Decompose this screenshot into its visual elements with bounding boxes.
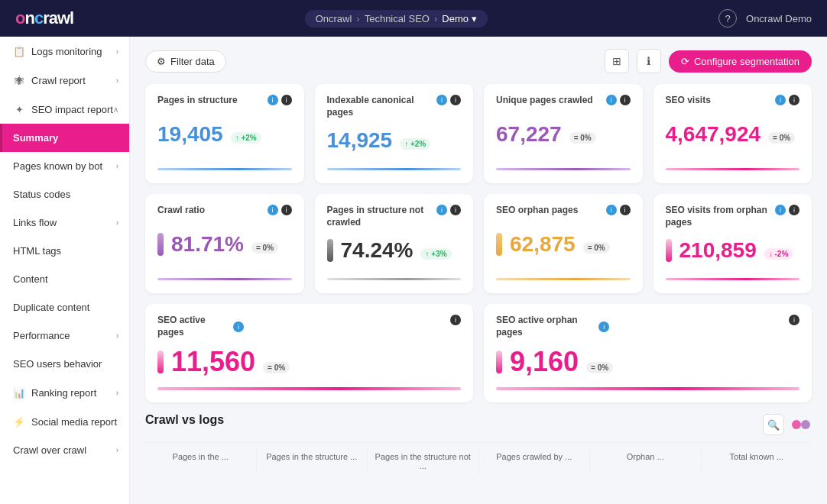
info-dark-icon[interactable]: i bbox=[281, 95, 292, 105]
crawl-report-icon: 🕷 bbox=[13, 74, 25, 86]
thumb-icon-seo-active-pages bbox=[157, 351, 164, 373]
display-icon-button[interactable]: ⊞ bbox=[605, 49, 629, 73]
chevron-icon: › bbox=[116, 76, 118, 85]
thumb-icon-crawl-ratio bbox=[157, 233, 164, 256]
seo-impact-icon: ✦ bbox=[13, 103, 25, 115]
sidebar-item-duplicate-content[interactable]: Duplicate content bbox=[0, 293, 129, 321]
card-crawl-ratio: Crawl ratio i i 81.71% = 0% bbox=[145, 194, 304, 293]
search-button[interactable]: 🔍 bbox=[763, 414, 784, 435]
info-dark-icon[interactable]: i bbox=[620, 95, 631, 105]
card-badge-crawl-ratio: = 0% bbox=[251, 242, 278, 254]
sidebar-label-seo-users-behavior: SEO users behavior bbox=[13, 358, 102, 370]
info-circle-icon[interactable]: i bbox=[775, 205, 786, 215]
info-circle-icon[interactable]: i bbox=[436, 95, 447, 105]
chevron-icon: › bbox=[116, 331, 118, 340]
info-dark-icon[interactable]: i bbox=[620, 205, 631, 215]
sidebar-label-crawl-report: Crawl report bbox=[31, 75, 86, 86]
filter-data-button[interactable]: ⚙ Filter data bbox=[145, 50, 226, 73]
segment-icon-button[interactable] bbox=[790, 414, 812, 435]
main-content: ⚙ Filter data ⊞ ℹ ⟳ Configure segmentati… bbox=[130, 37, 827, 504]
sidebar-item-html-tags[interactable]: HTML tags bbox=[0, 237, 129, 265]
info-circle-icon[interactable]: i bbox=[775, 95, 786, 105]
sidebar: 📋 Logs monitoring › 🕷 Crawl report › ✦ S… bbox=[0, 37, 130, 504]
sidebar-label-performance: Performance bbox=[13, 330, 70, 341]
card-title-pages-in-structure: Pages in structure bbox=[157, 95, 238, 107]
info-circle-icon[interactable]: i bbox=[598, 321, 609, 332]
social-media-icon: ⚡ bbox=[13, 415, 25, 428]
card-value-pages-in-structure: 19,405 bbox=[157, 122, 223, 147]
breadcrumb-demo[interactable]: Demo ▾ bbox=[442, 13, 476, 24]
sidebar-label-links-flow: Links flow bbox=[13, 217, 57, 228]
sidebar-label-ranking-report: Ranking report bbox=[31, 387, 96, 399]
sidebar-item-links-flow[interactable]: Links flow › bbox=[0, 208, 129, 237]
info-dark-icon[interactable]: i bbox=[789, 205, 799, 215]
card-value-unique-pages-crawled: 67,227 bbox=[496, 122, 562, 147]
sidebar-label-crawl-over-crawl: Crawl over crawl bbox=[13, 444, 86, 456]
sidebar-label-duplicate-content: Duplicate content bbox=[13, 302, 89, 313]
info-dark-icon[interactable]: i bbox=[450, 315, 461, 325]
crawl-vs-logs-title: Crawl vs logs bbox=[145, 413, 224, 427]
info-circle-icon[interactable]: i bbox=[436, 205, 447, 215]
info-icon-button[interactable]: ℹ bbox=[637, 49, 661, 73]
info-circle-icon[interactable]: i bbox=[268, 95, 278, 105]
info-circle-icon[interactable]: i bbox=[233, 321, 244, 332]
crawl-col-5: Orphan ... bbox=[590, 449, 702, 473]
sidebar-item-content[interactable]: Content bbox=[0, 265, 129, 293]
sidebar-item-seo-users-behavior[interactable]: SEO users behavior bbox=[0, 350, 129, 378]
sidebar-item-pages-known-by-bot[interactable]: Pages known by bot › bbox=[0, 152, 129, 180]
sidebar-item-crawl-report[interactable]: 🕷 Crawl report › bbox=[0, 66, 129, 95]
logo: oncrawl bbox=[15, 8, 73, 28]
sidebar-item-status-codes[interactable]: Status codes bbox=[0, 180, 129, 208]
metric-cards-row1: Pages in structure i i 19,405 ↑ +2% Inde… bbox=[145, 84, 812, 183]
info-dark-icon[interactable]: i bbox=[789, 315, 799, 325]
card-value-pages-not-crawled: 74.24% bbox=[341, 238, 414, 263]
card-value-crawl-ratio: 81.71% bbox=[171, 232, 244, 257]
topbar: oncrawl Oncrawl › Technical SEO › Demo ▾… bbox=[0, 0, 827, 37]
info-dark-icon[interactable]: i bbox=[450, 205, 461, 215]
breadcrumb-oncrawl[interactable]: Oncrawl bbox=[316, 13, 352, 24]
sidebar-item-social-media-report[interactable]: ⚡ Social media report bbox=[0, 407, 129, 436]
card-indexable-canonical-pages: Indexable canonical pages i i 14,925 ↑ +… bbox=[315, 84, 474, 183]
breadcrumb[interactable]: Oncrawl › Technical SEO › Demo ▾ bbox=[305, 10, 488, 27]
help-button[interactable]: ? bbox=[718, 9, 737, 27]
sidebar-item-performance[interactable]: Performance › bbox=[0, 321, 129, 350]
sidebar-label-seo-impact-report: SEO impact report bbox=[31, 104, 113, 115]
thumb-icon-seo-orphan-pages bbox=[496, 233, 502, 256]
thumb-icon-seo-visits-orphan-pages bbox=[666, 239, 672, 262]
sidebar-item-crawl-over-crawl[interactable]: Crawl over crawl › bbox=[0, 436, 129, 464]
card-seo-orphan-pages: SEO orphan pages i i 62,875 = 0% bbox=[484, 194, 643, 293]
card-value-seo-visits-orphan-pages: 210,859 bbox=[679, 238, 757, 263]
filter-icon: ⚙ bbox=[157, 56, 166, 67]
sidebar-label-pages-known-by-bot: Pages known by bot bbox=[13, 160, 102, 172]
crawl-col-1: Pages in the ... bbox=[145, 449, 257, 473]
wide-cards: SEO active pages i i 11,560 = 0% bbox=[145, 304, 812, 402]
crawl-col-3: Pages in the structure not ... bbox=[368, 449, 479, 473]
chevron-icon: › bbox=[116, 218, 118, 227]
crawl-col-2: Pages in the structure ... bbox=[257, 449, 368, 473]
sidebar-label-html-tags: HTML tags bbox=[13, 245, 61, 257]
metric-cards-row2: Crawl ratio i i 81.71% = 0% Pages in str… bbox=[145, 194, 812, 293]
card-pages-in-structure: Pages in structure i i 19,405 ↑ +2% bbox=[145, 84, 304, 183]
sidebar-item-logs-monitoring[interactable]: 📋 Logs monitoring › bbox=[0, 37, 129, 66]
card-badge-seo-active-pages: = 0% bbox=[263, 362, 290, 373]
card-pages-not-crawled: Pages in structure not crawled i i 74.24… bbox=[315, 194, 474, 293]
sidebar-item-summary[interactable]: Summary bbox=[0, 124, 129, 152]
configure-icon: ⟳ bbox=[681, 56, 689, 67]
sidebar-item-seo-impact-report[interactable]: ✦ SEO impact report ∧ bbox=[0, 95, 129, 124]
info-circle-icon[interactable]: i bbox=[606, 205, 617, 215]
sidebar-item-ranking-report[interactable]: 📊 Ranking report › bbox=[0, 378, 129, 407]
card-seo-visits: SEO visits i i 4,647,924 = 0% bbox=[653, 84, 812, 183]
info-dark-icon[interactable]: i bbox=[450, 95, 461, 105]
info-dark-icon[interactable]: i bbox=[789, 95, 799, 105]
configure-segmentation-button[interactable]: ⟳ Configure segmentation bbox=[669, 50, 812, 73]
info-dark-icon[interactable]: i bbox=[281, 205, 292, 215]
info-circle-icon[interactable]: i bbox=[268, 205, 278, 215]
card-unique-pages-crawled: Unique pages crawled i i 67,227 = 0% bbox=[484, 84, 643, 183]
chevron-icon: › bbox=[116, 162, 118, 170]
card-title-unique-pages-crawled: Unique pages crawled bbox=[496, 95, 593, 107]
sidebar-label-logs-monitoring: Logs monitoring bbox=[31, 46, 102, 57]
info-circle-icon[interactable]: i bbox=[606, 95, 617, 105]
card-value-seo-orphan-pages: 62,875 bbox=[510, 232, 576, 257]
breadcrumb-technical-seo[interactable]: Technical SEO bbox=[365, 13, 430, 24]
thumb-icon-pages-not-crawled bbox=[327, 239, 333, 262]
